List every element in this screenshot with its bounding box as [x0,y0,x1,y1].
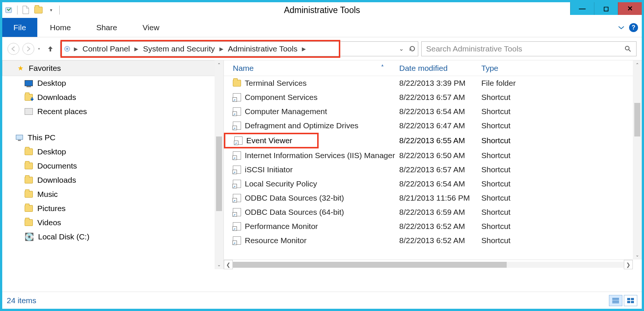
scroll-thumb[interactable] [634,103,640,136]
file-row[interactable]: Terminal Services8/22/2013 3:39 PMFile f… [224,76,642,90]
file-row[interactable]: Local Security Policy8/22/2013 6:54 AMSh… [224,177,642,191]
scroll-down-icon[interactable]: ⌄ [215,260,223,269]
file-date: 8/22/2013 6:47 AM [399,121,481,130]
breadcrumb-segment[interactable]: Administrative Tools [226,44,300,53]
file-name: Resource Monitor [245,236,307,245]
nav-item-downloads-pc[interactable]: Downloads [2,173,223,187]
file-row[interactable]: Resource Monitor8/22/2013 6:52 AMShortcu… [224,233,642,248]
shortcut-icon [233,151,241,160]
column-name[interactable]: Name ▲ [224,64,399,73]
file-type: Shortcut [481,136,642,145]
file-row[interactable]: ODBC Data Sources (64-bit)8/22/2013 6:59… [224,205,642,219]
nav-item-local-disk[interactable]: 💽Local Disk (C:) [2,230,223,244]
scroll-thumb[interactable] [216,136,222,211]
svg-rect-7 [612,298,619,299]
file-row-highlighted[interactable]: Event Viewer8/22/2013 6:55 AMShortcut [224,133,642,148]
column-type[interactable]: Type [481,64,642,73]
shortcut-icon [233,194,241,202]
folder-icon [25,191,33,198]
file-type: Shortcut [481,151,642,160]
svg-rect-6 [18,140,21,141]
breadcrumb-segment[interactable]: System and Security [141,44,217,53]
navpane-scrollbar[interactable]: ⌃ ⌄ [215,60,223,269]
new-folder-icon[interactable] [34,6,43,15]
nav-item-documents[interactable]: Documents [2,159,223,173]
scroll-thumb[interactable] [233,262,507,268]
nav-item-pictures[interactable]: Pictures [2,201,223,216]
file-type: Shortcut [481,179,642,188]
up-button[interactable] [44,45,57,53]
refresh-icon[interactable] [409,45,416,52]
thispc-label: This PC [28,133,56,142]
nav-item-label: Local Disk (C:) [38,232,90,241]
address-dropdown-icon[interactable]: ⌄ [399,45,404,52]
scroll-down-icon[interactable]: ⌄ [633,251,642,260]
file-row[interactable]: Performance Monitor8/22/2013 6:52 AMShor… [224,219,642,233]
nav-item-label: Videos [37,218,61,227]
shortcut-icon [233,107,241,116]
downloads-icon [25,94,33,101]
new-file-icon[interactable] [21,6,30,15]
properties-icon[interactable] [4,6,13,15]
scroll-left-icon[interactable]: ❮ [224,260,233,269]
svg-line-4 [629,50,631,51]
file-row[interactable]: Computer Management8/22/2013 6:54 AMShor… [224,104,642,119]
quick-access-toolbar: ▾ [2,6,60,15]
nav-item-desktop-pc[interactable]: Desktop [2,145,223,159]
nav-item-recent[interactable]: Recent places [2,104,223,119]
file-row[interactable]: iSCSI Initiator8/22/2013 6:57 AMShortcut [224,163,642,177]
folder-icon [25,148,33,155]
file-name: Event Viewer [246,136,292,145]
chevron-right-icon[interactable]: ▶ [73,46,79,52]
file-tab[interactable]: File [2,18,37,37]
search-input[interactable]: Search Administrative Tools [421,41,637,56]
thumbnails-view-button[interactable] [624,295,637,306]
file-row[interactable]: Defragment and Optimize Drives8/22/2013 … [224,119,642,133]
thispc-group[interactable]: This PC [2,131,223,145]
nav-item-music[interactable]: Music [2,187,223,201]
history-dropdown-icon[interactable]: ▾ [37,47,41,51]
qat-dropdown-icon[interactable]: ▾ [47,6,56,15]
file-date: 8/22/2013 6:57 AM [399,93,481,102]
search-icon[interactable] [624,45,632,53]
breadcrumb-segment[interactable]: Control Panel [80,44,132,53]
this-pc-icon [15,133,24,142]
share-tab[interactable]: Share [84,18,130,37]
folder-icon [25,163,33,169]
nav-item-videos[interactable]: Videos [2,216,223,230]
nav-item-desktop[interactable]: Desktop [2,76,223,90]
scroll-up-icon[interactable]: ⌃ [215,60,223,69]
file-date: 8/22/2013 6:59 AM [399,208,481,217]
chevron-right-icon[interactable]: ▶ [301,46,307,52]
minimize-button[interactable]: — [570,2,594,15]
filepane-vscrollbar[interactable]: ⌃ ⌄ [633,60,642,260]
back-button[interactable] [7,43,19,55]
address-bar[interactable]: ▶ Control Panel ▶ System and Security ▶ … [60,41,418,56]
hscroll-track[interactable] [233,262,624,268]
scroll-up-icon[interactable]: ⌃ [633,60,642,69]
svg-rect-9 [612,301,619,302]
forward-button[interactable] [22,43,34,55]
file-row[interactable]: Internet Information Services (IIS) Mana… [224,148,642,163]
maximize-button[interactable]: ◻ [594,2,618,15]
file-row[interactable]: ODBC Data Sources (32-bit)8/21/2013 11:5… [224,191,642,205]
nav-item-downloads[interactable]: Downloads [2,90,223,104]
column-date[interactable]: Date modified [399,64,481,73]
scroll-right-icon[interactable]: ❯ [624,260,633,269]
home-tab[interactable]: Home [37,18,84,37]
expand-ribbon-icon[interactable] [618,24,625,31]
details-view-button[interactable] [609,295,622,306]
favorites-group[interactable]: ★ Favorites [2,60,223,76]
file-date: 8/22/2013 6:55 AM [399,136,481,145]
help-icon[interactable]: ? [629,23,638,32]
view-tab[interactable]: View [130,18,172,37]
filepane-hscrollbar[interactable]: ❮ ❯ [224,260,633,269]
callout-event-viewer: Event Viewer [224,133,319,148]
file-name: ODBC Data Sources (32-bit) [245,194,344,202]
chevron-right-icon[interactable]: ▶ [134,46,139,52]
file-row[interactable]: Component Services8/22/2013 6:57 AMShort… [224,90,642,104]
nav-item-label: Downloads [37,176,76,185]
close-button[interactable]: ✕ [618,2,642,15]
file-type: Shortcut [481,93,642,102]
chevron-right-icon[interactable]: ▶ [219,46,224,52]
